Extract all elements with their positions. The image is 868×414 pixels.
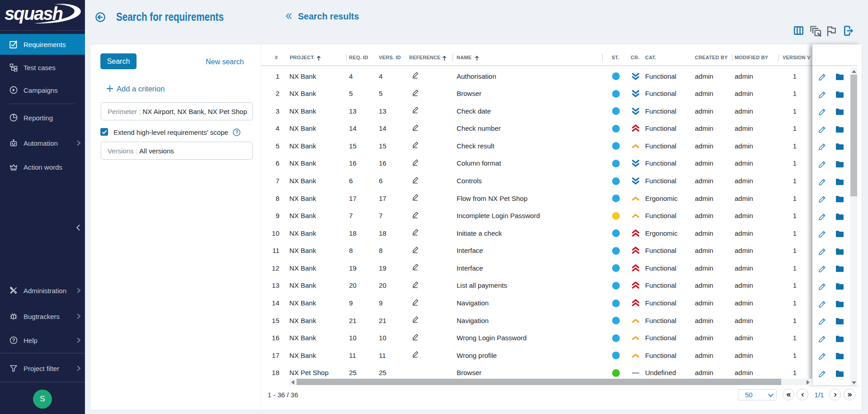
svg-text:squash: squash [5, 4, 63, 24]
svg-text:?: ? [235, 129, 238, 135]
svg-text:?: ? [12, 338, 15, 343]
